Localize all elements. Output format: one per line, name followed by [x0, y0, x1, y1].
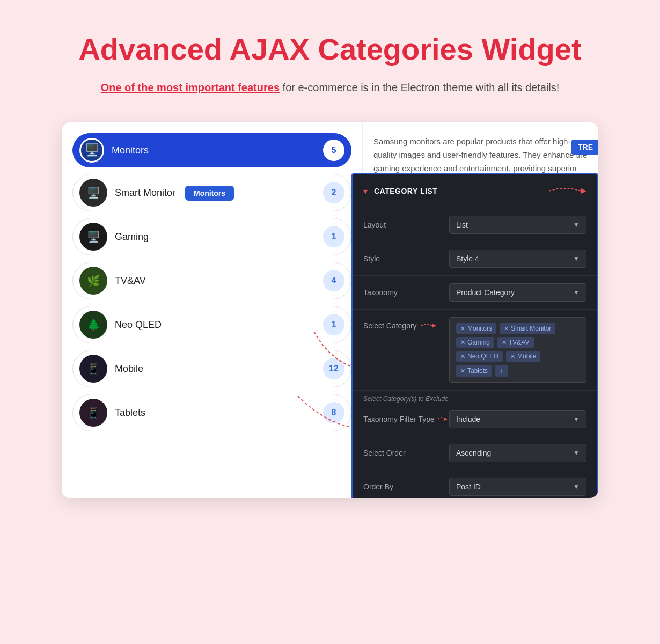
subtitle: One of the most important features for e… [101, 79, 560, 96]
style-select[interactable]: Style 4 ▼ [449, 250, 586, 268]
demo-container: 🖥️ Monitors 5 Monitors 🖥️ Smart Monitor … [62, 122, 598, 498]
category-name-neo-qled: Neo QLED [115, 319, 323, 331]
category-count-tablets: 8 [323, 402, 344, 423]
layout-control[interactable]: List ▼ [449, 216, 586, 234]
header-arrow-decoration [544, 183, 586, 199]
category-item-mobile[interactable]: 📱 Mobile 12 [72, 350, 351, 387]
order-by-control[interactable]: Post ID ▼ [449, 478, 586, 496]
svg-marker-2 [444, 418, 448, 421]
category-item-monitors[interactable]: 🖥️ Monitors 5 [72, 133, 351, 167]
layout-select[interactable]: List ▼ [449, 216, 586, 234]
category-count-smart-monitor: 2 [323, 182, 344, 203]
category-name-gaming: Gaming [115, 231, 323, 243]
tag-neo-qled[interactable]: ✕ Neo QLED [456, 351, 503, 362]
style-control[interactable]: Style 4 ▼ [449, 250, 586, 268]
tag-remove-monitors[interactable]: ✕ [460, 325, 465, 332]
category-item-gaming[interactable]: 🖥️ Gaming 1 [72, 218, 351, 255]
category-thumb-tvav: 🌿 [79, 267, 107, 295]
taxonomy-select[interactable]: Product Category ▼ [449, 283, 586, 302]
category-thumb-neo-qled: 🌲 [79, 311, 107, 339]
select-order-dropdown-icon: ▼ [573, 449, 580, 457]
category-name-tvav: TV&AV [115, 275, 323, 287]
category-item-tvav[interactable]: 🌿 TV&AV 4 [72, 262, 351, 299]
category-name-monitors: Monitors [112, 145, 323, 156]
taxonomy-filter-label: Taxonomy Filter Type [363, 415, 449, 423]
taxonomy-row: Taxonomy Product Category ▼ [353, 276, 597, 310]
taxonomy-filter-control[interactable]: Include ▼ [449, 410, 586, 428]
tag-remove-neo-qled[interactable]: ✕ [460, 353, 465, 360]
taxonomy-dropdown-icon: ▼ [573, 289, 580, 296]
tag-mobile[interactable]: ✕ Mobile [506, 351, 540, 362]
settings-panel: ▾ CATEGORY LIST Layout List ▼ Style [351, 173, 598, 498]
tag-smart-monitor[interactable]: ✕ Smart Monitor [500, 323, 555, 334]
subtitle-highlight: One of the most important features [101, 82, 280, 93]
exclude-text: Select Category(s) to Exclude [353, 391, 597, 402]
settings-header-title: CATEGORY LIST [374, 187, 437, 195]
select-category-arrow [420, 321, 436, 330]
order-by-dropdown-icon: ▼ [573, 483, 580, 491]
tag-remove-tablets[interactable]: ✕ [460, 368, 465, 375]
select-order-row: Select Order Ascending ▼ [353, 436, 597, 470]
taxonomy-control[interactable]: Product Category ▼ [449, 283, 586, 302]
style-label: Style [363, 254, 449, 263]
tooltip-monitors: Monitors [185, 186, 234, 201]
select-category-label: Select Category [363, 317, 449, 330]
category-thumb-tablets: 📱 [79, 399, 107, 427]
taxonomy-filter-dropdown-icon: ▼ [573, 415, 580, 423]
tags-control[interactable]: ✕ Monitors ✕ Smart Monitor ✕ Gaming ✕ TV… [449, 317, 586, 383]
tags-area: ✕ Monitors ✕ Smart Monitor ✕ Gaming ✕ TV… [449, 317, 586, 383]
category-count-tvav: 4 [323, 270, 344, 291]
category-name-tablets: Tablets [115, 407, 323, 419]
category-item-neo-qled[interactable]: 🌲 Neo QLED 1 [72, 306, 351, 343]
category-name-mobile: Mobile [115, 363, 323, 375]
select-category-row: Select Category ✕ Monitors ✕ Smart Monit… [353, 310, 597, 391]
category-thumb-smart-monitor: 🖥️ [79, 179, 107, 207]
taxonomy-filter-row: Taxonomy Filter Type Include ▼ [353, 402, 597, 436]
select-order-control[interactable]: Ascending ▼ [449, 444, 586, 462]
category-thumb-monitors: 🖥️ [79, 138, 104, 163]
taxonomy-label: Taxonomy [363, 288, 449, 297]
tag-add-button[interactable]: + [495, 365, 508, 377]
tag-monitors[interactable]: ✕ Monitors [456, 323, 496, 334]
layout-label: Layout [363, 221, 449, 229]
category-count-gaming: 1 [323, 226, 344, 247]
category-panel: 🖥️ Monitors 5 Monitors 🖥️ Smart Monitor … [62, 122, 362, 498]
tre-badge: TRE [571, 140, 598, 155]
order-by-row: Order By Post ID ▼ [353, 470, 597, 498]
tag-remove-gaming[interactable]: ✕ [460, 339, 465, 346]
order-by-select[interactable]: Post ID ▼ [449, 478, 586, 496]
category-thumb-gaming: 🖥️ [79, 223, 107, 251]
category-count-neo-qled: 1 [323, 314, 344, 335]
style-row: Style Style 4 ▼ [353, 242, 597, 276]
category-item-tablets[interactable]: 📱 Tablets 8 [72, 394, 351, 431]
select-order-select[interactable]: Ascending ▼ [449, 444, 586, 462]
tag-remove-smart-monitor[interactable]: ✕ [504, 325, 509, 332]
tag-tvav[interactable]: ✕ TV&AV [497, 337, 533, 348]
tag-gaming[interactable]: ✕ Gaming [456, 337, 494, 348]
section-collapse-icon[interactable]: ▾ [363, 186, 368, 196]
layout-dropdown-icon: ▼ [573, 221, 580, 229]
tag-remove-mobile[interactable]: ✕ [510, 353, 515, 360]
taxonomy-filter-select[interactable]: Include ▼ [449, 410, 586, 428]
settings-header: ▾ CATEGORY LIST [353, 174, 597, 208]
category-thumb-mobile: 📱 [79, 355, 107, 383]
order-by-label: Order By [363, 482, 449, 491]
category-count-monitors: 5 [323, 140, 344, 161]
svg-marker-1 [432, 324, 436, 328]
svg-marker-0 [581, 188, 586, 194]
tag-tablets[interactable]: ✕ Tablets [456, 365, 492, 377]
page-title: Advanced AJAX Categories Widget [78, 32, 581, 67]
style-dropdown-icon: ▼ [573, 255, 580, 262]
tag-remove-tvav[interactable]: ✕ [502, 339, 507, 346]
select-order-label: Select Order [363, 449, 449, 457]
filter-arrow-decoration [437, 415, 448, 423]
layout-row: Layout List ▼ [353, 208, 597, 242]
category-count-mobile: 12 [323, 358, 344, 379]
